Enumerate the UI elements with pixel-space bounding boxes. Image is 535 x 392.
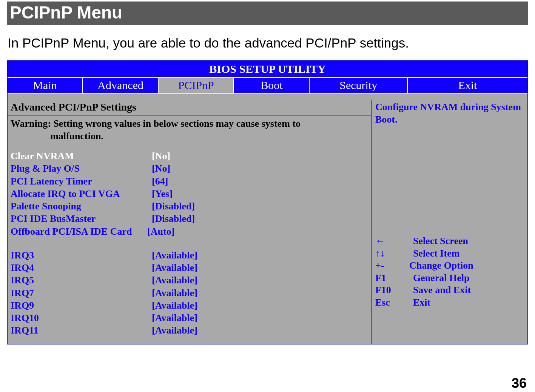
setting-label: IRQ9 xyxy=(11,299,152,312)
section-heading: PCIPnP Menu xyxy=(7,2,528,25)
key-hint-save-exit: F10 Save and Exit xyxy=(375,284,524,297)
setting-offboard-pci-isa[interactable]: Offboard PCI/ISA IDE Card [Auto] xyxy=(11,225,368,238)
intro-text: In PCIPnP Menu, you are able to do the a… xyxy=(8,35,527,51)
setting-label: Palette Snooping xyxy=(11,200,152,212)
setting-value: [Available] xyxy=(152,287,368,299)
setting-label: IRQ3 xyxy=(11,249,152,261)
bios-setup-window: BIOS SETUP UTILITY Main Advanced PCIPnP … xyxy=(7,60,528,344)
item-help-text: Configure NVRAM during System Boot. xyxy=(375,101,524,126)
setting-value: [No] xyxy=(152,150,368,162)
setting-value: [Disabled] xyxy=(152,212,368,225)
key-action: Change Option xyxy=(409,260,524,272)
setting-allocate-irq[interactable]: Allocate IRQ to PCI VGA [Yes] xyxy=(11,188,368,200)
setting-label: IRQ4 xyxy=(11,261,152,274)
setting-value: [Auto] xyxy=(147,225,368,238)
tab-boot[interactable]: Boot xyxy=(233,78,309,93)
key-hint-exit: Esc Exit xyxy=(375,297,524,309)
key-action: Exit xyxy=(413,297,524,309)
key-hint-select-screen: ← Select Screen xyxy=(375,235,524,247)
bios-tab-row: Main Advanced PCIPnP Boot Security Exit xyxy=(8,78,527,93)
setting-irq7[interactable]: IRQ7 [Available] xyxy=(11,287,368,299)
setting-palette-snooping[interactable]: Palette Snooping [Disabled] xyxy=(11,200,368,212)
setting-irq9[interactable]: IRQ9 [Available] xyxy=(11,299,368,312)
setting-label: IRQ10 xyxy=(11,312,152,324)
setting-value: [64] xyxy=(152,175,368,188)
help-pane: Configure NVRAM during System Boot. ← Se… xyxy=(372,100,527,344)
key-action: Select Screen xyxy=(413,235,524,247)
setting-label: PCI Latency Timer xyxy=(11,175,152,188)
setting-value: [Available] xyxy=(152,299,368,312)
tab-pcipnp[interactable]: PCIPnP xyxy=(158,78,233,93)
setting-label: Offboard PCI/ISA IDE Card xyxy=(11,225,152,238)
tab-security[interactable]: Security xyxy=(309,78,407,93)
setting-label: PCI IDE BusMaster xyxy=(11,212,152,225)
page-number: 36 xyxy=(512,375,527,391)
setting-irq11[interactable]: IRQ11 [Available] xyxy=(11,324,368,337)
setting-label: Plug & Play O/S xyxy=(11,162,152,175)
key-hint-general-help: F1 General Help xyxy=(375,272,524,284)
key-symbol: F1 xyxy=(375,272,413,284)
warning-line-2: malfunction. xyxy=(11,130,368,143)
setting-value: [Disabled] xyxy=(152,200,368,212)
setting-label: IRQ5 xyxy=(11,274,152,286)
setting-value: [Available] xyxy=(152,261,368,274)
setting-pci-latency-timer[interactable]: PCI Latency Timer [64] xyxy=(11,175,368,188)
divider-bar xyxy=(8,93,527,100)
setting-irq5[interactable]: IRQ5 [Available] xyxy=(11,274,368,286)
bios-title: BIOS SETUP UTILITY xyxy=(8,61,527,78)
setting-label: IRQ7 xyxy=(11,287,152,299)
setting-irq4[interactable]: IRQ4 [Available] xyxy=(11,261,368,274)
setting-plug-and-play[interactable]: Plug & Play O/S [No] xyxy=(11,162,368,175)
key-action: Select Item xyxy=(413,247,524,260)
key-symbol: Esc xyxy=(375,297,413,309)
panel-heading: Advanced PCI/PnP Settings xyxy=(8,100,371,115)
setting-value: [Available] xyxy=(152,324,368,337)
key-symbol: +- xyxy=(375,260,413,272)
tab-advanced[interactable]: Advanced xyxy=(82,78,158,93)
warning-text: Warning: Setting wrong values in below s… xyxy=(8,115,371,142)
setting-pci-ide-busmaster[interactable]: PCI IDE BusMaster [Disabled] xyxy=(11,212,368,225)
tab-exit[interactable]: Exit xyxy=(407,78,527,93)
setting-value: [Available] xyxy=(152,312,368,324)
setting-label: IRQ11 xyxy=(11,324,152,337)
setting-value: [Available] xyxy=(152,249,368,261)
tab-main[interactable]: Main xyxy=(8,78,82,93)
setting-value: [No] xyxy=(152,162,368,175)
setting-irq3[interactable]: IRQ3 [Available] xyxy=(11,249,368,261)
key-action: Save and Exit xyxy=(413,284,524,297)
setting-irq10[interactable]: IRQ10 [Available] xyxy=(11,312,368,324)
key-hint-change-option: +- Change Option xyxy=(375,260,524,272)
setting-value: [Available] xyxy=(152,274,368,286)
setting-label: Allocate IRQ to PCI VGA xyxy=(11,188,152,200)
settings-pane: Advanced PCI/PnP Settings Warning: Setti… xyxy=(8,100,372,344)
key-symbol: F10 xyxy=(375,284,413,297)
setting-clear-nvram[interactable]: Clear NVRAM [No] xyxy=(11,150,368,162)
key-hint-select-item: ↑↓ Select Item xyxy=(375,247,524,260)
setting-value: [Yes] xyxy=(152,188,368,200)
blank-row xyxy=(11,238,368,249)
setting-label: Clear NVRAM xyxy=(11,150,152,162)
key-symbol: ↑↓ xyxy=(375,247,413,260)
key-symbol: ← xyxy=(375,235,413,247)
warning-line-1: Warning: Setting wrong values in below s… xyxy=(11,118,368,130)
key-action: General Help xyxy=(413,272,524,284)
